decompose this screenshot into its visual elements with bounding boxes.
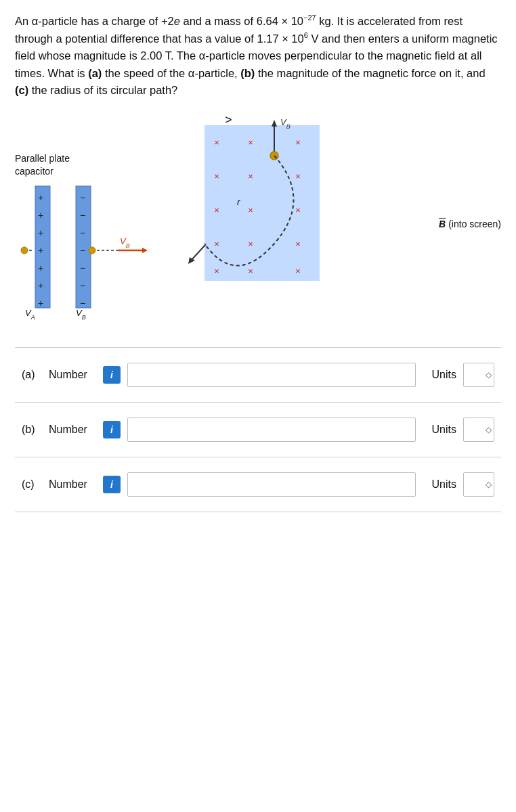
svg-text:×: × xyxy=(214,239,219,249)
units-select-wrap-b[interactable] xyxy=(463,418,494,442)
answer-row-b: (b) Number i Units xyxy=(15,403,501,457)
units-select-b[interactable] xyxy=(463,418,494,442)
svg-text:×: × xyxy=(248,266,253,276)
part-label-c: (c) xyxy=(22,478,42,491)
bfield-region-svg: × × × × × × × × × × × × × × × VB xyxy=(164,112,381,321)
svg-text:×: × xyxy=(248,205,253,215)
part-label-a: (a) xyxy=(22,369,42,381)
units-label-a: Units xyxy=(423,369,456,381)
svg-text:×: × xyxy=(214,137,219,148)
svg-text:+: + xyxy=(38,245,43,256)
units-select-wrap-a[interactable] xyxy=(463,363,494,387)
svg-text:−: − xyxy=(80,210,85,221)
svg-text:×: × xyxy=(295,205,301,215)
svg-text:+: + xyxy=(38,280,43,291)
problem-text: An α-particle has a charge of +2e and a … xyxy=(15,12,501,99)
number-label-a: Number xyxy=(49,369,96,381)
capacitor-label-line2: capacitor xyxy=(15,166,53,177)
svg-text:×: × xyxy=(214,266,219,276)
units-select-c[interactable] xyxy=(463,472,494,497)
svg-text:−: − xyxy=(80,245,85,256)
svg-text:−: − xyxy=(80,298,85,309)
svg-marker-42 xyxy=(272,120,277,127)
svg-text:−: − xyxy=(80,192,85,203)
units-label-b: Units xyxy=(423,424,456,436)
svg-rect-25 xyxy=(205,125,320,281)
number-label-c: Number xyxy=(49,478,96,491)
svg-marker-21 xyxy=(142,248,148,253)
units-select-a[interactable] xyxy=(463,363,494,387)
svg-text:×: × xyxy=(248,171,253,181)
svg-text:×: × xyxy=(248,239,253,249)
svg-text:×: × xyxy=(295,239,301,249)
b-bar-symbol: B xyxy=(439,219,446,229)
svg-point-19 xyxy=(89,247,95,254)
svg-text:VB: VB xyxy=(76,308,86,321)
svg-text:×: × xyxy=(295,266,301,276)
number-input-b[interactable] xyxy=(127,418,416,442)
units-select-wrap-c[interactable] xyxy=(463,472,494,497)
svg-text:+: + xyxy=(38,210,43,221)
answer-row-a: (a) Number i Units xyxy=(15,348,501,403)
svg-text:VB: VB xyxy=(120,236,130,249)
svg-text:+: + xyxy=(38,298,43,309)
svg-text:×: × xyxy=(295,137,301,148)
svg-text:×: × xyxy=(295,171,301,181)
number-input-c[interactable] xyxy=(127,472,416,497)
svg-text:×: × xyxy=(214,205,219,215)
svg-text:+: + xyxy=(38,192,43,203)
svg-text:VA: VA xyxy=(25,308,35,321)
page: An α-particle has a charge of +2e and a … xyxy=(0,0,516,533)
svg-text:×: × xyxy=(214,171,219,181)
b-into-screen-text: (into screen) xyxy=(448,219,501,229)
answer-section: (a) Number i Units (b) Number i Units xyxy=(15,347,501,512)
svg-text:r: r xyxy=(237,197,240,207)
part-label-b: (b) xyxy=(22,424,42,436)
units-label-c: Units xyxy=(423,478,456,491)
capacitor-svg: + + + + + + + − − − − − − − xyxy=(15,179,171,321)
diagram-area: > Parallel plate capacitor + + + + + + +… xyxy=(15,112,501,328)
svg-text:−: − xyxy=(80,263,85,273)
info-button-b[interactable]: i xyxy=(103,421,121,438)
svg-text:−: − xyxy=(80,227,85,238)
capacitor-label: Parallel plate capacitor xyxy=(15,152,70,179)
answer-row-c: (c) Number i Units xyxy=(15,457,501,512)
info-button-a[interactable]: i xyxy=(103,366,121,384)
number-input-a[interactable] xyxy=(127,363,416,387)
svg-text:+: + xyxy=(38,263,43,273)
info-button-c[interactable]: i xyxy=(103,476,121,493)
svg-text:+: + xyxy=(38,227,43,238)
number-label-b: Number xyxy=(49,424,96,436)
svg-line-46 xyxy=(191,244,206,261)
svg-text:−: − xyxy=(80,280,85,291)
b-into-screen-label: B (into screen) xyxy=(439,219,501,229)
capacitor-label-line1: Parallel plate xyxy=(15,153,70,164)
svg-point-17 xyxy=(21,247,28,254)
svg-text:×: × xyxy=(248,137,253,148)
